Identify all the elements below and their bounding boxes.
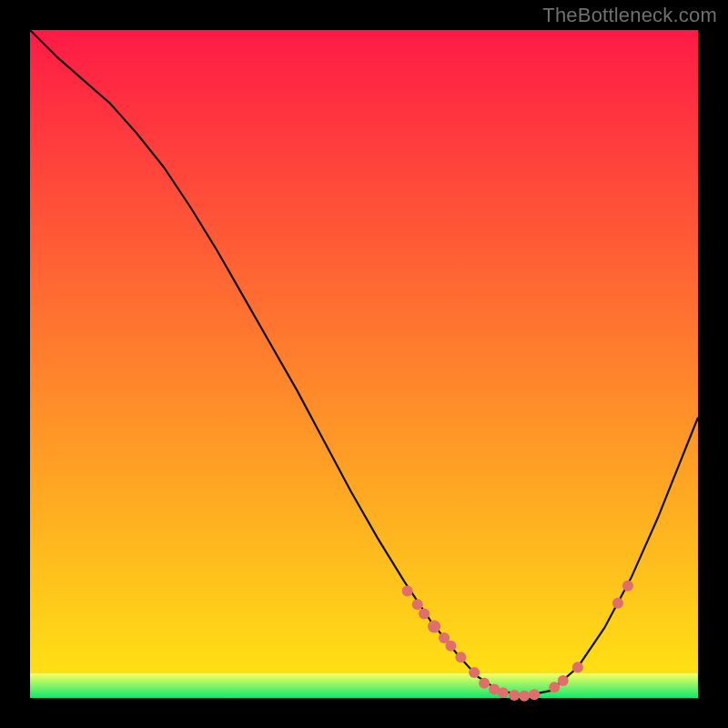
- data-marker: [469, 667, 480, 678]
- data-marker: [445, 641, 456, 652]
- data-marker: [412, 599, 423, 610]
- data-marker: [529, 689, 540, 700]
- data-marker: [519, 691, 530, 702]
- bottleneck-curve-chart: [0, 0, 728, 728]
- data-marker: [558, 675, 569, 686]
- chart-container: TheBottleneck.com: [0, 0, 728, 728]
- data-marker: [549, 682, 560, 693]
- data-marker: [612, 598, 623, 609]
- data-marker: [479, 678, 490, 689]
- plot-area: [30, 30, 698, 702]
- data-marker: [419, 609, 430, 620]
- data-marker: [498, 687, 509, 698]
- watermark-label: TheBottleneck.com: [542, 4, 717, 27]
- data-marker: [402, 586, 413, 597]
- gradient-band-lower: [30, 673, 698, 698]
- data-marker: [428, 620, 440, 632]
- data-marker: [455, 652, 466, 662]
- data-marker: [509, 690, 520, 701]
- data-marker: [622, 581, 633, 592]
- data-marker: [572, 662, 583, 672]
